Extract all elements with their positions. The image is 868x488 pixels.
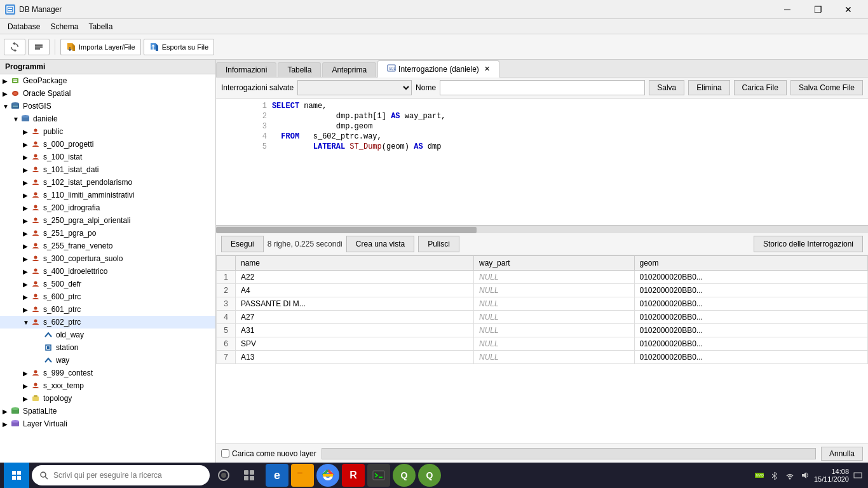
tab-anteprima[interactable]: Anteprima [322, 62, 376, 77]
tree-item-s602[interactable]: ▼ s_602_ptrc [0, 316, 215, 329]
tree-item-way[interactable]: ▶ way [0, 354, 215, 367]
taskbar-files-icon[interactable] [291, 464, 314, 487]
tree-item-postgis[interactable]: ▼ PostGIS [0, 100, 215, 112]
tree-item-s_200_idrografia[interactable]: ▶ s_200_idrografia [0, 201, 215, 214]
svg-rect-4 [35, 46, 43, 48]
tree-item-oracle[interactable]: ▶ Oracle Spatial [0, 87, 215, 100]
tree-item-s_255_frane_veneto[interactable]: ▶ s_255_frane_veneto [0, 240, 215, 252]
tree-item-s_100_istat[interactable]: ▶ s_100_istat [0, 151, 215, 163]
svg-rect-55 [12, 476, 16, 480]
start-button[interactable] [4, 463, 29, 488]
cancel-button[interactable]: Annulla [821, 447, 863, 461]
properties-button[interactable] [28, 39, 50, 55]
history-button[interactable]: Storico delle Interrogazioni [754, 236, 863, 252]
delete-query-button[interactable]: Elimina [688, 80, 729, 95]
sql-editor[interactable]: 1 SELECT name, 2 dmp.path[1] AS way_part… [216, 98, 868, 226]
load-as-layer-label[interactable]: Carica come nuovo layer [221, 449, 316, 458]
execute-button[interactable]: Esegui [221, 236, 264, 252]
table-row[interactable]: 6 SPV NULL 0102000020BB0... [217, 337, 868, 351]
taskbar-qgis2-icon[interactable]: Q [418, 464, 441, 487]
import-button[interactable]: Importa Layer/File [60, 39, 141, 55]
wifi-tray-icon[interactable] [783, 469, 796, 482]
clear-button[interactable]: Pulisci [418, 236, 459, 252]
minimize-button[interactable]: ─ [773, 0, 802, 19]
daniele-label: daniele [33, 114, 58, 123]
tree-item-s_251_pgra_po[interactable]: ▶ s_251_pgra_po [0, 227, 215, 240]
table-row[interactable]: 2 A4 NULL 0102000020BB0... [217, 284, 868, 297]
editor-scrollbar[interactable] [216, 226, 868, 233]
menu-tabella[interactable]: Tabella [83, 21, 118, 32]
tab-informazioni[interactable]: Informazioni [216, 62, 276, 77]
saved-queries-select[interactable] [297, 80, 412, 95]
app-icon [5, 4, 15, 15]
clock-display[interactable]: 14:08 15/11/2020 [814, 468, 849, 483]
col-header-geom[interactable]: geom [634, 256, 868, 271]
col-header-name[interactable]: name [236, 256, 474, 271]
line-num-1: 1 [219, 101, 269, 111]
table-row[interactable]: 3 PASSANTE DI M... NULL 0102000020BB0... [217, 297, 868, 311]
taskbar-search-input[interactable] [53, 471, 202, 480]
taskbar-task-view[interactable] [238, 464, 261, 487]
geom-cell: 0102000020BB0... [634, 271, 868, 284]
taskbar-cortana[interactable] [212, 464, 235, 487]
refresh-button[interactable] [4, 39, 25, 55]
svg-rect-66 [297, 472, 302, 474]
tree-item-station[interactable]: ▶ station [0, 341, 215, 354]
tree-item-s_400_idroelettrico[interactable]: ▶ s_400_idroelettrico [0, 265, 215, 278]
load-file-button[interactable]: Carica File [734, 80, 787, 95]
taskbar-chrome-icon[interactable] [316, 464, 339, 487]
tree-item-spatialite[interactable]: ▶ SpatiaLite [0, 405, 215, 417]
tab-close-button[interactable]: ✕ [484, 65, 490, 73]
tree-item-daniele[interactable]: ▼ daniele [0, 112, 215, 125]
tree-item-s_250_pgra_alpi_orientali[interactable]: ▶ s_250_pgra_alpi_orientali [0, 214, 215, 227]
table-row[interactable]: 4 A27 NULL 0102000020BB0... [217, 311, 868, 324]
tree-item-s_102_istat_pendolarismo[interactable]: ▶ s_102_istat_pendolarismo [0, 176, 215, 189]
tab-query[interactable]: SQL Interrogazione (daniele) ✕ [377, 60, 499, 78]
taskbar-edge-icon[interactable]: e [266, 464, 288, 487]
maximize-button[interactable]: ❐ [803, 0, 832, 19]
table-row[interactable]: 5 A31 NULL 0102000020BB0... [217, 324, 868, 337]
waypart-cell: NULL [473, 271, 634, 284]
tree-item-virtual[interactable]: ▶ Layer Virtuali [0, 417, 215, 430]
taskbar-qgis1-icon[interactable]: Q [393, 464, 416, 487]
taskbar-r-icon[interactable]: R [342, 464, 365, 487]
taskbar-search[interactable] [32, 465, 210, 485]
nvidia-tray-icon[interactable]: NVID [753, 469, 766, 482]
s_300_copertura_suolo-label: s_300_copertura_suolo [43, 254, 123, 263]
table-row[interactable]: 1 A22 NULL 0102000020BB0... [217, 271, 868, 284]
notification-icon[interactable] [851, 469, 864, 482]
tree-item-public[interactable]: ▶ public [0, 125, 215, 138]
close-button[interactable]: ✕ [834, 0, 863, 19]
name-label: Nome [416, 83, 436, 92]
save-query-button[interactable]: Salva [649, 80, 684, 95]
tree-item-geopackage[interactable]: ▶ GeoPackage [0, 74, 215, 87]
export-button[interactable]: Esporta su File [144, 39, 214, 55]
bluetooth-tray-icon[interactable] [768, 469, 781, 482]
load-as-layer-checkbox[interactable] [221, 449, 229, 458]
query-name-input[interactable] [440, 80, 645, 95]
tree-item-s_600_ptrc[interactable]: ▶ s_600_ptrc [0, 290, 215, 303]
virtual-icon [10, 419, 20, 429]
taskbar-terminal-icon[interactable] [367, 464, 390, 487]
tree-item-old-way[interactable]: ▶ old_way [0, 329, 215, 341]
tree-item-s_601_ptrc[interactable]: ▶ s_601_ptrc [0, 303, 215, 316]
system-tray: NVID 14:08 15/11/2020 [753, 468, 864, 483]
tree-item-sxxx[interactable]: ▶ s_xxx_temp [0, 379, 215, 392]
volume-tray-icon[interactable] [799, 469, 811, 482]
tree-item-s_110_limiti_amministrativi[interactable]: ▶ s_110_limiti_amministrativi [0, 189, 215, 201]
tree-item-s_300_copertura_suolo[interactable]: ▶ s_300_copertura_suolo [0, 252, 215, 265]
tree-item-s_000_progetti[interactable]: ▶ s_000_progetti [0, 138, 215, 151]
tree-item-s999[interactable]: ▶ s_999_contest [0, 367, 215, 379]
menu-schema[interactable]: Schema [45, 21, 83, 32]
col-header-waypart[interactable]: way_part [473, 256, 634, 271]
menu-database[interactable]: Database [3, 21, 45, 32]
create-view-button[interactable]: Crea una vista [346, 236, 414, 252]
tree-item-s_101_istat_dati[interactable]: ▶ s_101_istat_dati [0, 163, 215, 176]
svg-rect-46 [34, 395, 37, 397]
tab-tabella[interactable]: Tabella [278, 62, 321, 77]
save-as-file-button[interactable]: Salva Come File [790, 80, 863, 95]
results-area[interactable]: name way_part geom 1 A22 NULL 0102000020… [216, 255, 868, 444]
tree-item-s_500_defr[interactable]: ▶ s_500_defr [0, 278, 215, 290]
table-row[interactable]: 7 A13 NULL 0102000020BB0... [217, 351, 868, 364]
tree-item-topology[interactable]: ▶ topology [0, 392, 215, 405]
